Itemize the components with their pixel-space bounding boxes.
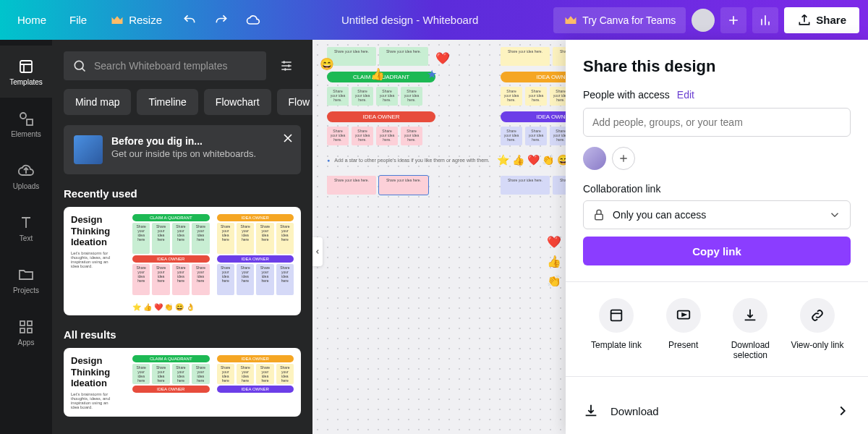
rail-projects[interactable]: Projects — [0, 254, 52, 306]
plus-icon — [618, 153, 629, 164]
divider — [566, 376, 868, 377]
templates-panel: Mind map Timeline Flowchart Flow Before … — [52, 40, 312, 434]
svg-rect-0 — [20, 61, 32, 72]
filters-button[interactable] — [272, 51, 301, 80]
share-icon — [797, 13, 812, 27]
add-member-button[interactable] — [720, 7, 746, 33]
collab-value: Only you can access — [613, 209, 821, 221]
people-access-label: People with access — [583, 89, 670, 101]
svg-point-7 — [75, 61, 83, 69]
redo-button[interactable] — [208, 7, 234, 33]
cloud-icon — [246, 13, 260, 27]
resize-label: Resize — [129, 14, 162, 26]
search-icon — [72, 59, 87, 73]
action-present[interactable]: Present — [655, 298, 712, 360]
uploads-icon — [17, 162, 35, 179]
smile-reaction: 😄 — [320, 57, 334, 71]
copy-link-button[interactable]: Copy link — [583, 237, 851, 265]
design-title[interactable]: Untitled design - Whiteboard — [341, 14, 478, 26]
heart-reaction: ❤️ — [435, 51, 450, 65]
link-icon — [608, 307, 624, 323]
people-input[interactable] — [583, 108, 851, 137]
svg-rect-8 — [595, 214, 603, 220]
svg-rect-9 — [611, 310, 622, 321]
share-button[interactable]: Share — [784, 7, 859, 33]
tip-subtitle: Get our inside tips on whiteboards. — [111, 148, 256, 159]
link-icon — [809, 307, 825, 323]
svg-rect-4 — [27, 321, 32, 326]
resize-button[interactable]: Resize — [101, 7, 171, 33]
share-label: Share — [816, 14, 846, 26]
text-icon — [17, 214, 35, 231]
share-title: Share this design — [583, 57, 851, 76]
search-input-wrap — [64, 51, 266, 80]
rail-text[interactable]: Text — [0, 202, 52, 254]
crown-icon — [563, 13, 578, 27]
svg-rect-5 — [20, 328, 25, 333]
tip-title: Before you dig in... — [111, 135, 256, 147]
chevron-right-icon — [835, 403, 851, 419]
suggestion-chips: Mind map Timeline Flowchart Flow — [64, 89, 301, 115]
chip-timeline[interactable]: Timeline — [137, 89, 197, 115]
undo-button[interactable] — [176, 7, 203, 33]
rail-apps[interactable]: Apps — [0, 306, 52, 358]
rail-elements[interactable]: Elements — [0, 98, 52, 150]
projects-icon — [17, 266, 35, 284]
chevron-left-icon — [314, 248, 321, 255]
undo-icon — [182, 13, 197, 27]
reaction-sidebar: ❤️👍👏 — [547, 235, 561, 288]
action-template-link[interactable]: Template link — [587, 298, 645, 360]
crown-icon — [110, 13, 124, 27]
share-social-row[interactable]: Share on social — [583, 429, 851, 434]
action-view-only-link[interactable]: View-only link — [788, 298, 846, 360]
chip-flow[interactable]: Flow — [277, 89, 312, 115]
edit-access-link[interactable]: Edit — [677, 89, 694, 101]
cloud-sync-button[interactable] — [240, 7, 266, 33]
member-avatar[interactable] — [583, 147, 606, 170]
star-reaction: ★ — [427, 67, 437, 81]
user-avatar[interactable] — [692, 9, 715, 32]
template-card-recent[interactable]: DesignThinkingIdeation Let's brainstorm … — [64, 207, 301, 315]
tip-close[interactable] — [281, 131, 295, 145]
redo-icon — [214, 13, 229, 27]
collab-access-select[interactable]: Only you can access — [583, 200, 851, 229]
download-row[interactable]: Download — [583, 393, 851, 429]
rail-uploads[interactable]: Uploads — [0, 150, 52, 202]
side-rail: Templates Elements Uploads Text Projects… — [0, 40, 52, 434]
action-download-selection[interactable]: Download selection — [721, 298, 779, 360]
close-icon — [281, 131, 295, 145]
title-wrap: Untitled design - Whiteboard — [272, 14, 548, 26]
lock-icon — [592, 208, 605, 221]
divider — [566, 281, 868, 282]
chart-icon — [758, 13, 773, 27]
collapse-panel-button[interactable] — [312, 237, 323, 266]
chip-mind-map[interactable]: Mind map — [64, 89, 131, 115]
tip-thumbnail — [74, 135, 103, 164]
topbar: Home File Resize Untitled design - White… — [0, 0, 868, 40]
all-results-heading: All results — [64, 328, 301, 341]
svg-point-1 — [20, 113, 26, 119]
file-menu[interactable]: File — [61, 8, 95, 32]
collab-link-label: Collaboration link — [583, 183, 851, 195]
reaction-row: ⭐ 👍 ❤️ 👏 😄 👌 — [132, 303, 195, 311]
onboarding-tip[interactable]: Before you dig in... Get our inside tips… — [64, 125, 301, 174]
canvas-caption: Add a star to other people's ideas if yo… — [334, 158, 490, 163]
svg-rect-2 — [27, 119, 33, 125]
try-teams-button[interactable]: Try Canva for Teams — [553, 7, 686, 33]
sliders-icon — [279, 59, 294, 73]
search-input[interactable] — [94, 60, 258, 72]
chevron-down-icon — [828, 208, 841, 221]
insights-button[interactable] — [752, 7, 778, 33]
chip-flowchart[interactable]: Flowchart — [204, 89, 271, 115]
template-subtitle: Let's brainstorm for thoughts, ideas, an… — [71, 392, 114, 409]
try-teams-label: Try Canva for Teams — [582, 14, 676, 26]
plus-icon — [726, 13, 741, 27]
add-people-button[interactable] — [612, 147, 635, 170]
home-button[interactable]: Home — [9, 8, 55, 32]
download-icon — [742, 307, 758, 323]
template-subtitle: Let's brainstorm for thoughts, ideas, an… — [71, 251, 114, 268]
recently-used-heading: Recently used — [64, 187, 301, 200]
template-card-all[interactable]: DesignThinkingIdeation Let's brainstorm … — [64, 348, 301, 417]
pill-idea-owner[interactable]: IDEA OWNER — [327, 111, 435, 122]
rail-templates[interactable]: Templates — [0, 46, 52, 98]
